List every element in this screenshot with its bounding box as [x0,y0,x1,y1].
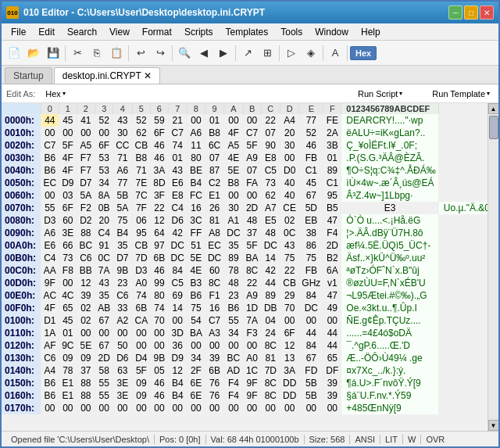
menu-templates[interactable]: Templates [220,25,275,39]
hex-cell[interactable]: AD [224,364,243,377]
hex-cell[interactable]: B8 [132,152,151,164]
ascii-cell[interactable]: ÑE.g¢Êp.TÇUz.... [341,314,438,327]
hex-cell[interactable]: 00 [224,339,243,352]
hex-cell[interactable]: 00 [205,402,223,414]
hex-cell[interactable]: GHz [299,277,323,289]
hex-cell[interactable]: D6 [168,214,187,227]
hex-cell[interactable]: 00 [168,402,187,414]
hex-cell[interactable]: EC [41,177,59,189]
hex-cell[interactable]: 70 [280,302,298,314]
hex-cell[interactable]: 05 [151,364,168,377]
hex-cell[interactable]: FE [323,114,341,127]
hex-cell[interactable]: 62 [132,127,151,139]
hex-cell[interactable]: C6 [113,289,132,302]
hex-cell[interactable]: 44 [323,327,341,339]
hex-cell[interactable]: 5F [132,364,151,377]
hex-cell[interactable]: 81 [261,352,280,364]
hex-toggle-button[interactable]: Hex [350,46,377,60]
hex-cell[interactable]: 89 [224,252,243,264]
hex-cell[interactable]: 22 [243,277,261,289]
hex-cell[interactable]: DC [205,252,223,264]
hex-cell[interactable]: 45 [299,177,323,189]
hex-cell[interactable]: F7 [77,164,95,177]
find-button[interactable]: 🔍 [175,44,194,63]
hex-cell[interactable]: 70 [151,314,168,327]
hex-cell[interactable]: 04 [261,314,280,327]
hex-cell[interactable]: 09 [132,389,151,402]
hex-cell[interactable]: E8 [168,189,187,202]
hex-cell[interactable]: D0 [280,164,298,177]
hex-cell[interactable]: 54 [187,314,205,327]
hex-cell[interactable]: A9 [243,152,261,164]
hex-cell[interactable]: 76 [205,389,223,402]
hex-cell[interactable]: 50 [113,339,132,352]
hex-cell[interactable]: 71 [113,152,132,164]
hex-cell[interactable]: EC [205,239,223,252]
hex-cell[interactable]: 9F [41,277,59,289]
hex-cell[interactable]: 39 [77,289,95,302]
vertical-scrollbar[interactable]: ▲ ▼ [488,103,498,431]
hex-cell[interactable]: 5F [59,139,77,152]
hex-cell[interactable]: 43 [113,114,132,127]
hex-cell[interactable]: 77 [299,114,323,127]
ascii-cell[interactable]: ¦>.ÄÂ.dBÿ¨Ü7H.8ô [341,227,438,239]
hex-cell[interactable]: 6C [205,139,223,152]
hex-cell[interactable]: 00 [77,327,95,339]
hex-cell[interactable]: 35 [95,289,113,302]
hex-cell[interactable]: 75 [187,302,205,314]
hex-cell[interactable]: 14 [261,252,280,264]
hex-cell[interactable]: B5 [323,202,341,214]
menu-file[interactable]: File [5,25,32,39]
hex-cell[interactable]: 6F [59,202,77,214]
hex-cell[interactable]: CC [113,139,132,152]
hex-cell[interactable]: A8 [205,227,223,239]
hex-cell[interactable]: C2 [205,177,223,189]
hex-cell[interactable]: BA [187,327,205,339]
hex-cell[interactable]: 75 [113,214,132,227]
hex-cell[interactable]: 5F [243,139,261,152]
hex-cell[interactable]: 00 [95,127,113,139]
hex-cell[interactable]: 52 [299,127,323,139]
hex-cell[interactable]: E6 [168,177,187,189]
scrollbar-track[interactable] [488,114,499,420]
hex-cell[interactable]: 09 [59,352,77,364]
hex-cell[interactable]: 13 [280,352,298,364]
hex-cell[interactable]: 00 [95,402,113,414]
tab-startup[interactable]: Startup [5,67,52,84]
hex-cell[interactable]: A4 [41,364,59,377]
hex-cell[interactable]: 53 [95,152,113,164]
scrollbar-thumb[interactable] [489,116,498,139]
hex-cell[interactable]: 00 [151,339,168,352]
hex-cell[interactable]: 3A [280,364,298,377]
hex-cell[interactable]: 45 [59,114,77,127]
hex-cell[interactable]: 75 [299,252,323,264]
hex-cell[interactable]: 12 [77,277,95,289]
hex-cell[interactable]: 55 [95,377,113,389]
ascii-cell[interactable]: ¶O÷S¦q:C¾‡^.ÅÐÁ‰ [341,164,438,177]
hex-cell[interactable]: 67 [299,352,323,364]
hex-cell[interactable]: 65 [59,302,77,314]
hex-cell[interactable]: A0 [243,352,261,364]
hex-cell[interactable]: 07 [205,152,223,164]
hex-cell[interactable]: B6 [187,289,205,302]
hex-cell[interactable]: 5B [299,377,323,389]
hex-cell[interactable]: 24 [261,327,280,339]
menu-view[interactable]: View [103,25,136,39]
hex-mode-dropdown[interactable]: Hex ▾ [41,88,70,100]
copy-button[interactable]: ⎘ [88,44,106,63]
hex-cell[interactable]: 69 [168,289,187,302]
hex-cell[interactable]: B4 [187,177,205,189]
hex-cell[interactable]: 00 [299,314,323,327]
hex-cell[interactable]: 52 [95,114,113,127]
hex-cell[interactable]: 00 [77,402,95,414]
hex-cell[interactable]: B6 [41,164,59,177]
hex-cell[interactable]: B8 [205,127,223,139]
hex-cell[interactable]: 22 [151,202,168,214]
hex-cell[interactable]: 60 [59,214,77,227]
hex-cell[interactable]: 30 [224,202,243,214]
hex-cell[interactable]: D2 [77,214,95,227]
ascii-cell[interactable]: ¶á.U>.F´nvôŸ.Ý[9 [341,377,438,389]
hex-cell[interactable]: 95 [132,227,151,239]
cut-button[interactable]: ✂ [68,44,87,63]
hex-cell[interactable]: 47 [323,214,341,227]
